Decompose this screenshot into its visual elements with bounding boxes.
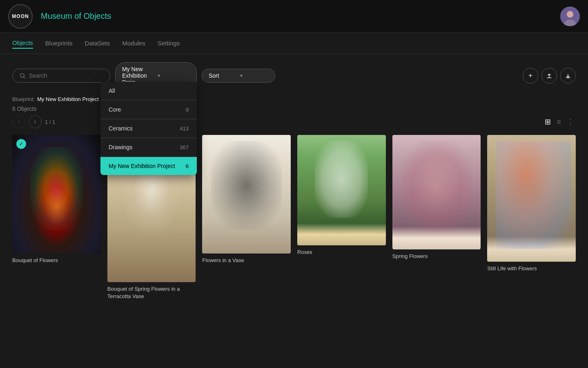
art-grid: ✓ Bouquet of Flowers Bouquet of Spring F… — [12, 135, 576, 300]
art-image-1: ✓ — [12, 135, 101, 254]
art-check-icon-1: ✓ — [16, 139, 26, 149]
download-button[interactable] — [560, 68, 576, 83]
dropdown-item-all[interactable]: All — [100, 82, 197, 100]
art-title-4: Roses — [297, 249, 386, 256]
arrow-right-icon — [32, 119, 38, 125]
art-image-4 — [297, 135, 386, 245]
filter-blueprint-label: Blueprint: — [12, 96, 35, 102]
dropdown-label-core: Core — [109, 106, 121, 113]
content-area: My New Exhibition Proje ▾ Sort ▾ + — [0, 54, 588, 308]
nav-item-modules[interactable]: Modules — [122, 38, 145, 48]
nav-item-objects[interactable]: Objects — [12, 38, 33, 49]
app-title: Museum of Objects — [41, 11, 560, 21]
dropdown-item-core[interactable]: Core 9 — [100, 101, 197, 119]
page-info: 1 / 1 — [45, 119, 55, 125]
upload-button[interactable] — [541, 68, 557, 83]
sort-dropdown-label: Sort — [209, 72, 237, 79]
add-button[interactable]: + — [523, 68, 538, 83]
toolbar-actions: + — [523, 68, 576, 83]
logo-text: MOON — [12, 13, 29, 19]
dropdown-item-my-new-exhibition[interactable]: My New Exhibition Project 6 — [100, 157, 197, 175]
next-page-button[interactable] — [29, 115, 42, 128]
blueprint-dropdown-menu: All Core 9 Ceramics 413 Drawings 367 My … — [100, 82, 197, 175]
filter-blueprint-value: My New Exhibition Project — [37, 96, 99, 102]
nav-bar: Objects Blueprints DataSets Modules Sett… — [0, 33, 588, 54]
objects-count: 6 Objects — [12, 105, 36, 112]
grid-view-button[interactable]: ⊞ — [543, 116, 552, 128]
plus-icon: + — [528, 72, 532, 79]
svg-point-1 — [567, 11, 573, 18]
nav-item-settings[interactable]: Settings — [158, 38, 180, 48]
list-view-button[interactable]: ≡ — [555, 116, 563, 128]
arrow-left-icon — [16, 119, 22, 125]
upload-icon — [546, 72, 552, 79]
art-title-6: Still Life with Flowers — [487, 265, 576, 272]
dropdown-count-core: 9 — [186, 107, 189, 113]
art-title-3: Flowers in a Vase — [202, 257, 291, 264]
svg-line-4 — [24, 77, 25, 78]
dropdown-item-drawings[interactable]: Drawings 367 — [100, 138, 197, 157]
art-title-5: Spring Flowers — [392, 253, 481, 260]
blueprint-filter-tag: Blueprint: My New Exhibition Project ✕ — [12, 96, 106, 102]
top-bar: MOON Museum of Objects — [0, 0, 588, 33]
filter-row: Blueprint: My New Exhibition Project ✕ — [12, 96, 576, 102]
art-card-3[interactable]: Flowers in a Vase — [202, 135, 291, 264]
search-icon — [19, 72, 26, 79]
art-title-1: Bouquet of Flowers — [12, 257, 101, 264]
dropdown-item-ceramics[interactable]: Ceramics 413 — [100, 119, 197, 138]
pagination-row: 1 / 1 ⊞ ≡ ⋮ — [12, 115, 576, 128]
art-card-4[interactable]: Roses — [297, 135, 386, 256]
art-image-3 — [202, 135, 291, 254]
sort-dropdown-button[interactable]: Sort ▾ — [202, 69, 275, 83]
art-card-1[interactable]: ✓ Bouquet of Flowers — [12, 135, 101, 264]
view-controls: ⊞ ≡ ⋮ — [543, 116, 576, 128]
art-title-2: Bouquet of Spring Flowers in a Terracott… — [107, 285, 196, 300]
prev-page-button[interactable] — [12, 115, 25, 128]
search-input[interactable] — [29, 72, 103, 79]
dropdown-count-ceramics: 413 — [180, 126, 189, 132]
dropdown-count-exhibition: 6 — [186, 163, 189, 169]
dropdown-label-ceramics: Ceramics — [109, 125, 133, 132]
dropdown-label-drawings: Drawings — [109, 144, 132, 150]
objects-row: 6 Objects — [12, 105, 576, 112]
toolbar: My New Exhibition Proje ▾ Sort ▾ + — [12, 62, 576, 89]
art-card-6[interactable]: Still Life with Flowers — [487, 135, 576, 272]
art-image-6 — [487, 135, 576, 262]
logo: MOON — [8, 4, 33, 29]
nav-item-blueprints[interactable]: Blueprints — [45, 38, 73, 48]
user-avatar[interactable] — [560, 7, 580, 26]
chevron-down-icon: ▾ — [158, 73, 190, 79]
dropdown-label-exhibition: My New Exhibition Project — [109, 163, 175, 169]
svg-point-3 — [20, 74, 24, 77]
dropdown-count-drawings: 367 — [180, 144, 189, 150]
art-image-5 — [392, 135, 481, 249]
art-card-5[interactable]: Spring Flowers — [392, 135, 481, 260]
search-box[interactable] — [12, 69, 110, 83]
chevron-down-icon: ▾ — [240, 73, 268, 79]
compact-view-button[interactable]: ⋮ — [565, 116, 576, 128]
nav-item-datasets[interactable]: DataSets — [85, 38, 110, 48]
dropdown-label-all: All — [109, 88, 115, 94]
download-icon — [565, 72, 571, 79]
